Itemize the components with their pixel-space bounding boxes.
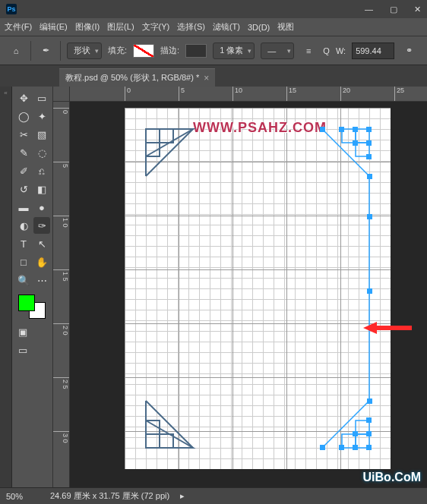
- screenmode-toggle[interactable]: ▭: [15, 342, 32, 358]
- current-tool-icon[interactable]: ✒: [37, 43, 54, 59]
- eyedropper-tool[interactable]: ✎: [15, 144, 32, 161]
- shape-vector[interactable]: [125, 108, 391, 469]
- svg-rect-3: [146, 434, 160, 448]
- blur-tool[interactable]: ●: [33, 199, 50, 216]
- crop-tool[interactable]: ✂: [15, 126, 32, 143]
- clone-tool[interactable]: ⎌: [33, 162, 50, 179]
- width-label: W:: [336, 46, 346, 55]
- menu-edit[interactable]: 编辑(E): [40, 21, 68, 33]
- tab-title: 教程.psd @ 50% (形状 1, RGB/8#) *: [65, 72, 199, 83]
- svg-rect-17: [353, 127, 358, 132]
- menu-layer[interactable]: 图层(L): [107, 21, 134, 33]
- menu-filter[interactable]: 滤镜(T): [213, 21, 240, 33]
- menu-image[interactable]: 图像(I): [75, 21, 100, 33]
- svg-rect-16: [339, 127, 344, 132]
- svg-rect-25: [366, 431, 372, 436]
- document-canvas[interactable]: WWW.PSAHZ.COM: [125, 108, 391, 469]
- svg-rect-4: [160, 434, 173, 448]
- svg-rect-12: [367, 174, 372, 179]
- align-icon[interactable]: ≡: [300, 43, 317, 59]
- stroke-label: 描边:: [160, 45, 179, 56]
- svg-rect-18: [366, 127, 372, 132]
- ruler-horizontal[interactable]: 0 5 10 15 20 25: [70, 87, 427, 102]
- svg-rect-23: [353, 445, 358, 450]
- ps-logo-icon: Ps: [6, 4, 17, 14]
- options-bar: ⌂ ✒ 形状 填充: 描边: 1 像素 — ≡ Q W: ⚭: [0, 36, 427, 65]
- annotation-arrow-icon: [363, 319, 412, 337]
- shape-mode-dropdown[interactable]: 形状: [67, 43, 102, 59]
- ruler-vertical[interactable]: 0 5 1 0 1 5 2 0 2 5 3 0: [53, 102, 70, 487]
- svg-marker-30: [363, 322, 412, 334]
- pen-tool[interactable]: ✑: [33, 217, 50, 234]
- zoom-field[interactable]: [6, 492, 40, 501]
- doc-dimensions: 24.69 厘米 x 31.75 厘米 (72 ppi): [50, 490, 169, 502]
- ruler-tool[interactable]: ◌: [33, 144, 50, 161]
- menu-3d[interactable]: 3D(D): [248, 23, 270, 32]
- stroke-swatch[interactable]: [185, 44, 207, 58]
- hand-tool[interactable]: ✋: [33, 254, 50, 270]
- svg-rect-29: [320, 445, 325, 450]
- zoom-tool[interactable]: 🔍: [15, 272, 32, 288]
- menu-file[interactable]: 文件(F): [5, 21, 32, 33]
- gradient-tool[interactable]: ▬: [15, 199, 32, 216]
- quickmask-toggle[interactable]: ▣: [15, 323, 32, 340]
- minimize-button[interactable]: —: [365, 5, 373, 14]
- svg-rect-15: [367, 398, 372, 404]
- svg-rect-0: [146, 129, 160, 143]
- svg-rect-1: [160, 129, 173, 143]
- svg-rect-20: [353, 140, 358, 146]
- menu-bar: 文件(F) 编辑(E) 图像(I) 图层(L) 文字(Y) 选择(S) 滤镜(T…: [0, 18, 427, 36]
- eraser-tool[interactable]: ◧: [33, 181, 50, 197]
- stroke-width-dropdown[interactable]: 1 像素: [213, 43, 255, 59]
- menu-select[interactable]: 选择(S): [177, 21, 205, 33]
- magnify-icon: Q: [323, 46, 330, 55]
- move-tool[interactable]: ✥: [15, 90, 32, 106]
- ruler-origin[interactable]: [53, 87, 70, 102]
- home-icon[interactable]: ⌂: [8, 43, 24, 59]
- fill-swatch[interactable]: [133, 44, 154, 58]
- svg-rect-14: [367, 288, 372, 294]
- svg-rect-19: [366, 140, 372, 146]
- maximize-button[interactable]: ▢: [390, 5, 397, 14]
- svg-rect-21: [366, 154, 372, 159]
- status-flyout-icon[interactable]: ▸: [180, 491, 185, 501]
- history-brush-tool[interactable]: ↺: [15, 181, 32, 197]
- uibo-watermark: UiBo.CoM: [363, 471, 421, 484]
- toolbox: ✥ ▭ ◯ ✦ ✂ ▧ ✎ ◌ ✐ ⎌ ↺ ◧ ▬ ● ◐ ✑ T ↖ □ ✋ …: [12, 87, 53, 487]
- artboard-tool[interactable]: ▭: [33, 90, 50, 106]
- dock-grip-icon[interactable]: «: [0, 90, 11, 96]
- svg-rect-22: [339, 445, 344, 450]
- lasso-tool[interactable]: ◯: [15, 108, 32, 124]
- magic-wand-tool[interactable]: ✦: [33, 108, 50, 124]
- width-input[interactable]: [352, 43, 394, 59]
- menu-type[interactable]: 文字(Y): [142, 21, 170, 33]
- type-tool[interactable]: T: [15, 235, 32, 252]
- svg-rect-27: [366, 417, 372, 423]
- tab-close-icon[interactable]: ×: [204, 73, 209, 83]
- svg-rect-13: [367, 214, 372, 219]
- foreground-color[interactable]: [18, 295, 35, 311]
- status-bar: 24.69 厘米 x 31.75 厘米 (72 ppi) ▸: [0, 487, 427, 504]
- brush-tool[interactable]: ✐: [15, 162, 32, 179]
- link-icon[interactable]: ⚭: [400, 43, 417, 59]
- stroke-style-dropdown[interactable]: —: [261, 43, 294, 59]
- close-window-button[interactable]: ✕: [414, 5, 421, 14]
- rectangle-tool[interactable]: □: [15, 254, 32, 270]
- slice-tool[interactable]: ▧: [33, 126, 50, 143]
- menu-view[interactable]: 视图: [277, 21, 294, 33]
- canvas-viewport[interactable]: 0 5 10 15 20 25 0 5 1 0 1 5 2 0 2 5 3 0 …: [53, 87, 427, 487]
- dodge-tool[interactable]: ◐: [15, 217, 32, 234]
- document-tab[interactable]: 教程.psd @ 50% (形状 1, RGB/8#) * ×: [59, 68, 215, 87]
- more-tools[interactable]: ⋯: [33, 272, 50, 288]
- fill-label: 填充:: [108, 45, 127, 56]
- svg-rect-26: [353, 431, 358, 436]
- svg-rect-28: [320, 127, 325, 132]
- svg-rect-24: [366, 445, 372, 450]
- path-select-tool[interactable]: ↖: [33, 235, 50, 252]
